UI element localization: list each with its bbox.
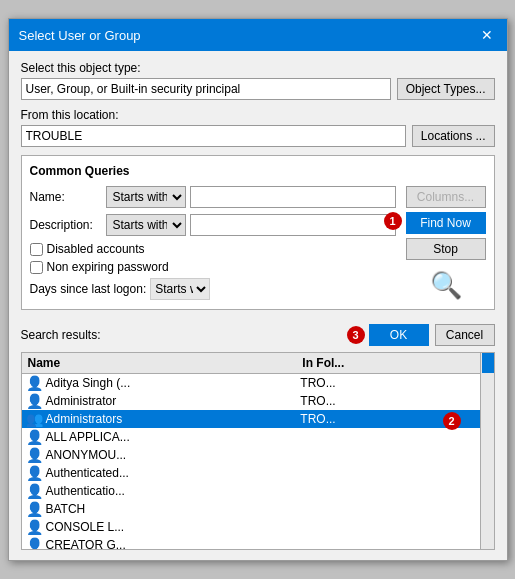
description-row: Description: Starts with <box>30 214 396 236</box>
stop-button[interactable]: Stop <box>406 238 486 260</box>
result-name: CREATOR G... <box>46 538 126 549</box>
results-container: Name In Fol... 👤Aditya Singh (... TRO...… <box>21 352 495 550</box>
disabled-accounts-row: Disabled accounts <box>30 242 396 256</box>
queries-left: Name: Starts with Description: Starts wi… <box>30 186 396 301</box>
table-row[interactable]: 👤ANONYMOU... <box>22 446 480 464</box>
disabled-accounts-checkbox[interactable] <box>30 243 43 256</box>
name-filter-select[interactable]: Starts with <box>106 186 186 208</box>
result-name: Authenticated... <box>46 466 129 480</box>
result-name: Administrators <box>46 412 123 426</box>
user-icon: 👤 <box>26 393 43 409</box>
name-label: Name: <box>30 190 102 204</box>
dialog-title: Select User or Group <box>19 28 141 43</box>
name-input[interactable] <box>190 186 396 208</box>
description-label: Description: <box>30 218 102 232</box>
user-icon: 👤 <box>26 501 43 517</box>
select-user-dialog: Select User or Group ✕ Select this objec… <box>8 18 508 561</box>
result-name: BATCH <box>46 502 86 516</box>
step-2-badge: 2 <box>443 412 461 430</box>
table-row[interactable]: 👤AdministratorTRO... <box>22 392 480 410</box>
col-name: Name <box>22 355 297 371</box>
table-row[interactable]: 👤CREATOR G... <box>22 536 480 549</box>
days-label: Days since last logon: <box>30 282 147 296</box>
result-folder: TRO... <box>296 394 479 408</box>
table-row[interactable]: 👤ALL APPLICA... <box>22 428 480 446</box>
results-list[interactable]: 👤Aditya Singh (... TRO...👤AdministratorT… <box>22 374 480 549</box>
columns-button[interactable]: Columns... <box>406 186 486 208</box>
object-type-label: Select this object type: <box>21 61 495 75</box>
search-results-label: Search results: <box>21 328 101 342</box>
results-inner: Name In Fol... 👤Aditya Singh (... TRO...… <box>22 353 480 549</box>
description-input[interactable] <box>190 214 396 236</box>
non-expiring-checkbox[interactable] <box>30 261 43 274</box>
common-queries-box: Common Queries Name: Starts with Descrip… <box>21 155 495 310</box>
non-expiring-row: Non expiring password <box>30 260 396 274</box>
description-filter-select[interactable]: Starts with <box>106 214 186 236</box>
bottom-bar: Search results: 3 OK Cancel <box>21 320 495 352</box>
dialog-body: Select this object type: Object Types...… <box>9 51 507 560</box>
table-row[interactable]: 👥AdministratorsTRO...2 <box>22 410 480 428</box>
table-row[interactable]: 👤BATCH <box>22 500 480 518</box>
table-row[interactable]: 👤Authenticatio... <box>22 482 480 500</box>
title-bar: Select User or Group ✕ <box>9 19 507 51</box>
table-row[interactable]: 👤Authenticated... <box>22 464 480 482</box>
close-button[interactable]: ✕ <box>477 25 497 45</box>
days-select[interactable]: Starts with <box>150 278 210 300</box>
scrollbar[interactable] <box>480 353 494 549</box>
locations-button[interactable]: Locations ... <box>412 125 495 147</box>
results-header: Name In Fol... <box>22 353 480 374</box>
user-icon: 👤 <box>26 465 43 481</box>
table-row[interactable]: 👤Aditya Singh (... TRO... <box>22 374 480 392</box>
table-row[interactable]: 👤CONSOLE L... <box>22 518 480 536</box>
ok-button[interactable]: OK <box>369 324 429 346</box>
user-icon: 👤 <box>26 519 43 535</box>
result-name: Authenticatio... <box>46 484 125 498</box>
step-3-badge: 3 <box>347 326 365 344</box>
search-icon-area: 🔍 <box>406 270 486 301</box>
object-types-button[interactable]: Object Types... <box>397 78 495 100</box>
non-expiring-label: Non expiring password <box>47 260 169 274</box>
user-icon: 👥 <box>26 411 43 427</box>
step-1-badge: 1 <box>384 212 402 230</box>
location-input[interactable] <box>21 125 406 147</box>
step-3-wrapper: 3 OK <box>369 324 429 346</box>
user-icon: 👤 <box>26 483 43 499</box>
result-name: Administrator <box>46 394 117 408</box>
user-icon: 👤 <box>26 375 43 391</box>
result-name: Aditya Singh (... <box>46 376 131 390</box>
user-icon: 👤 <box>26 429 43 445</box>
find-now-wrapper: 1 Find Now <box>406 212 486 234</box>
user-icon: 👤 <box>26 537 43 549</box>
ok-cancel-row: 3 OK Cancel <box>369 324 495 346</box>
cancel-button[interactable]: Cancel <box>435 324 495 346</box>
col-folder: In Fol... <box>296 355 479 371</box>
common-queries-content: Name: Starts with Description: Starts wi… <box>30 186 486 301</box>
result-name: ALL APPLICA... <box>46 430 130 444</box>
search-icon: 🔍 <box>430 270 462 301</box>
name-row: Name: Starts with <box>30 186 396 208</box>
right-buttons: Columns... 1 Find Now Stop 🔍 <box>402 186 486 301</box>
disabled-accounts-label: Disabled accounts <box>47 242 145 256</box>
common-queries-tab: Common Queries <box>30 164 486 178</box>
location-row: Locations ... <box>21 125 495 147</box>
location-label: From this location: <box>21 108 495 122</box>
result-folder: TRO... <box>296 412 339 426</box>
object-type-row: Object Types... <box>21 78 495 100</box>
days-row: Days since last logon: Starts with <box>30 278 396 300</box>
result-folder: TRO... <box>296 376 479 390</box>
find-now-button[interactable]: Find Now <box>406 212 486 234</box>
object-type-input[interactable] <box>21 78 391 100</box>
result-name: CONSOLE L... <box>46 520 125 534</box>
user-icon: 👤 <box>26 447 43 463</box>
result-name: ANONYMOU... <box>46 448 127 462</box>
